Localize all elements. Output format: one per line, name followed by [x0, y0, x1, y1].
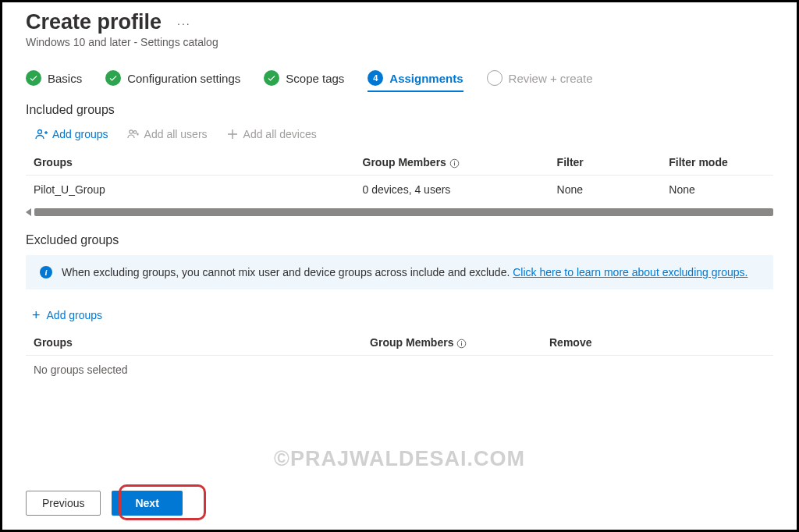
column-members[interactable]: Group Members: [362, 330, 542, 356]
svg-point-0: [38, 130, 42, 134]
column-filter-mode[interactable]: Filter mode: [661, 150, 773, 176]
add-groups-button[interactable]: Add groups: [35, 128, 108, 140]
step-scope-tags[interactable]: Scope tags: [264, 70, 344, 86]
column-filter[interactable]: Filter: [549, 150, 662, 176]
excluded-groups-heading: Excluded groups: [26, 233, 773, 247]
add-all-devices-button: Add all devices: [226, 128, 317, 140]
cell-filter: None: [549, 176, 662, 204]
wizard-steps: Basics Configuration settings Scope tags…: [26, 70, 773, 86]
check-icon: [26, 70, 41, 86]
plus-icon: [226, 128, 239, 140]
excluded-add-groups-button[interactable]: + Add groups: [32, 308, 773, 322]
column-members[interactable]: Group Members: [355, 150, 549, 176]
svg-point-2: [133, 131, 137, 134]
info-icon[interactable]: [449, 158, 460, 168]
page-title: Create profile: [26, 10, 162, 34]
step-number-icon: 5: [487, 70, 502, 86]
horizontal-scrollbar[interactable]: [26, 208, 773, 216]
info-icon: i: [40, 266, 52, 278]
included-toolbar: Add groups Add all users Add all devices: [26, 125, 773, 150]
step-basics[interactable]: Basics: [26, 70, 82, 86]
step-review-create[interactable]: 5 Review + create: [487, 70, 593, 86]
scroll-left-arrow-icon[interactable]: [26, 208, 31, 216]
plus-icon: +: [32, 308, 41, 322]
watermark: ©PRAJWALDESAI.COM: [2, 447, 797, 471]
add-all-users-button: Add all users: [127, 128, 208, 140]
more-actions-button[interactable]: ···: [177, 17, 191, 30]
cell-members: 0 devices, 4 users: [355, 176, 549, 204]
next-button[interactable]: Next: [112, 491, 182, 516]
check-icon: [105, 70, 121, 86]
included-groups-table: Groups Group Members Filter Filter mode …: [26, 150, 773, 204]
column-groups[interactable]: Groups: [26, 330, 362, 356]
learn-more-link[interactable]: Click here to learn more about excluding…: [513, 266, 748, 278]
step-configuration-settings[interactable]: Configuration settings: [105, 70, 240, 86]
step-assignments[interactable]: 4 Assignments: [368, 70, 463, 92]
people-add-icon: [127, 128, 140, 140]
previous-button[interactable]: Previous: [26, 491, 101, 516]
column-remove[interactable]: Remove: [542, 330, 773, 356]
svg-point-1: [129, 130, 132, 133]
included-groups-heading: Included groups: [26, 103, 773, 117]
step-number-icon: 4: [368, 70, 383, 86]
scroll-track[interactable]: [34, 208, 773, 216]
table-row-empty: No groups selected: [26, 356, 773, 385]
cell-group-name: Pilot_U_Group: [26, 176, 355, 204]
check-icon: [264, 70, 279, 86]
info-icon[interactable]: [456, 339, 467, 349]
page-subtitle: Windows 10 and later - Settings catalog: [26, 36, 773, 48]
empty-message: No groups selected: [26, 356, 773, 385]
person-add-icon: [35, 128, 48, 140]
banner-text: When excluding groups, you cannot mix us…: [62, 266, 748, 278]
excluded-groups-table: Groups Group Members Remove No groups se…: [26, 330, 773, 384]
table-row[interactable]: Pilot_U_Group 0 devices, 4 users None No…: [26, 176, 773, 204]
exclude-info-banner: i When excluding groups, you cannot mix …: [26, 255, 773, 289]
cell-filter-mode: None: [661, 176, 773, 204]
column-groups[interactable]: Groups: [26, 150, 355, 176]
